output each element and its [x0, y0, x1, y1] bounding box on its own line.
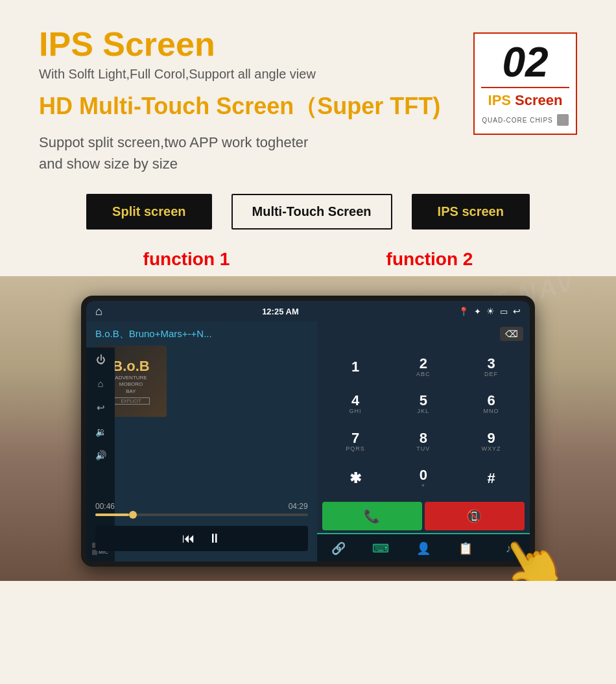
progress-fill: [95, 513, 129, 516]
ips-title: IPS Screen: [39, 26, 447, 63]
screen: ⌂ 12:25 AM 📍 ✦ ☀ ▭ ↩ B.o.B、Bruno+Mars+-+…: [86, 301, 530, 561]
bluetooth-icon: ✦: [474, 307, 481, 316]
time-current: 00:46: [95, 502, 115, 511]
power-icon[interactable]: ⏻: [96, 354, 106, 365]
location-icon: 📍: [458, 307, 469, 316]
badge-number: 02: [481, 41, 569, 83]
key-4[interactable]: 4GHI: [322, 386, 389, 423]
dialpad-bottom-nav: 🔗 ⌨ 👤 📋 ♪: [317, 533, 530, 561]
dialpad-header: ⌫: [317, 322, 530, 346]
music-panel: B.o.B、Bruno+Mars+-+N... B.o.B ADVENTUREM…: [86, 322, 317, 561]
album-subtitle: ADVENTUREMOBOROBAY: [112, 375, 149, 395]
back-icon: ↩: [513, 306, 521, 316]
chip-icon: [557, 114, 569, 126]
prev-button[interactable]: ⏮: [182, 531, 195, 546]
car-unit-section: GET NAV OBT NAV ⌂ 12:25 AM 📍 ✦ ☀ ▭ ↩: [0, 276, 616, 581]
left-text: IPS Screen With Solft Light,Full Corol,S…: [39, 26, 447, 174]
play-pause-button[interactable]: ⏸: [208, 531, 221, 546]
progress-bar[interactable]: [95, 513, 308, 516]
battery-icon: ▭: [500, 307, 508, 316]
key-8[interactable]: 8TUV: [390, 423, 456, 460]
head-unit: ⌂ 12:25 AM 📍 ✦ ☀ ▭ ↩ B.o.B、Bruno+Mars+-+…: [81, 296, 535, 567]
status-left: ⌂: [95, 305, 102, 318]
phone-log-icon[interactable]: 📋: [454, 539, 477, 558]
call-buttons: 📞 📵: [322, 502, 525, 530]
dialpad-panel: ⌫ 1 2ABC 3DEF 4GHI 5JKL 6MNO 7PQRS 8TUV …: [317, 322, 530, 561]
progress-area: 00:46 04:29: [95, 502, 308, 516]
key-hash[interactable]: #: [458, 461, 525, 497]
key-3[interactable]: 3DEF: [458, 349, 525, 385]
status-bar: ⌂ 12:25 AM 📍 ✦ ☀ ▭ ↩: [86, 301, 530, 322]
call-icon: 📞: [364, 508, 380, 524]
function-2-label: function 2: [386, 249, 473, 270]
explicit-label: EXPLICIT: [112, 397, 149, 405]
backspace-button[interactable]: ⌫: [500, 327, 523, 341]
key-7[interactable]: 7PQRS: [322, 423, 389, 460]
album-name: B.o.B: [112, 358, 149, 375]
top-section: IPS Screen With Solft Light,Full Corol,S…: [0, 0, 616, 187]
volume-up-icon[interactable]: 🔊: [95, 450, 106, 460]
function-row: function 1 function 2: [0, 242, 616, 276]
link-icon[interactable]: 🔗: [327, 539, 350, 558]
screen-content: B.o.B、Bruno+Mars+-+N... B.o.B ADVENTUREM…: [86, 322, 530, 561]
key-5[interactable]: 5JKL: [390, 386, 456, 423]
menu-icon[interactable]: ⌂: [97, 378, 103, 389]
badge-ips-label: IPS Screen: [488, 92, 563, 109]
key-star[interactable]: ✱: [322, 461, 389, 497]
back-nav-icon[interactable]: ↩: [97, 402, 105, 414]
key-2[interactable]: 2ABC: [390, 349, 456, 385]
dialpad-icon[interactable]: ⌨: [369, 539, 392, 558]
badge-box: 02 IPS Screen QUAD-CORE CHIPS: [473, 32, 577, 135]
volume-down-icon[interactable]: 🔉: [95, 427, 106, 437]
key-6[interactable]: 6MNO: [458, 386, 525, 423]
time-total: 04:29: [289, 502, 308, 511]
status-right: 📍 ✦ ☀ ▭ ↩: [458, 306, 521, 316]
progress-dot: [129, 511, 137, 519]
badge-chips: QUAD-CORE CHIPS: [481, 114, 569, 126]
end-call-icon: 📵: [466, 508, 482, 524]
home-icon[interactable]: ⌂: [95, 305, 102, 318]
key-1[interactable]: 1: [322, 349, 389, 385]
controls-row: ⏮ ⏸: [95, 526, 308, 551]
song-title: B.o.B、Bruno+Mars+-+N...: [95, 328, 308, 340]
contacts-icon[interactable]: 👤: [412, 539, 435, 558]
function-1-label: function 1: [143, 249, 230, 270]
multi-touch-button[interactable]: Multi-Touch Screen: [231, 194, 392, 230]
subtitle: With Solft Light,Full Corol,Support all …: [39, 67, 447, 82]
brightness-icon: ☀: [486, 306, 495, 316]
time-row: 00:46 04:29: [95, 502, 308, 511]
keypad-grid: 1 2ABC 3DEF 4GHI 5JKL 6MNO 7PQRS 8TUV 9W…: [317, 346, 530, 499]
end-call-button[interactable]: 📵: [425, 502, 525, 530]
status-time: 12:25 AM: [262, 307, 299, 316]
split-screen-button[interactable]: Split screen: [86, 194, 211, 230]
call-button[interactable]: 📞: [322, 502, 422, 530]
music-note-icon[interactable]: ♪: [497, 539, 520, 558]
hd-title: HD Multi-Touch Screen（Super TFT): [39, 91, 447, 123]
key-0[interactable]: 0+: [390, 461, 456, 497]
buttons-row: Split screen Multi-Touch Screen IPS scre…: [0, 187, 616, 242]
support-text: Suppot split screen,two APP work toghete…: [39, 132, 447, 174]
key-9[interactable]: 9WXYZ: [458, 423, 525, 460]
ips-screen-button[interactable]: IPS screen: [412, 194, 530, 230]
